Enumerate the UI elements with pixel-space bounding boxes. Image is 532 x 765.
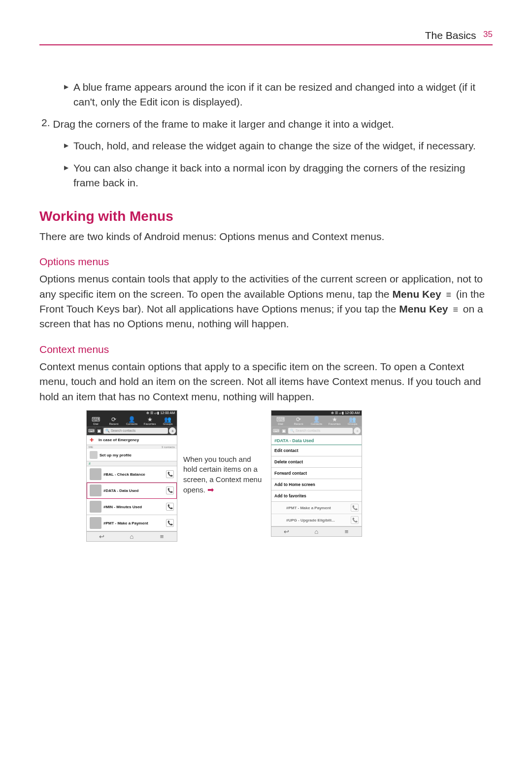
triangle-bullet-icon: ▶ xyxy=(64,142,68,149)
page-number: 35 xyxy=(483,30,493,39)
phone-icon[interactable]: 📞 xyxy=(166,519,174,527)
phone-screenshot-contacts: ⊕ ☰ ▱ ▮ 12:00 AM ⌨Dial ⟳Recent 👤Contacts… xyxy=(86,410,177,542)
contact-row[interactable]: #BAL - Check Balance 📞 xyxy=(87,466,177,483)
contact-row: #UPG - Upgrade Eligibili... 📞 xyxy=(271,514,362,526)
bullet-text: Touch, hold, and release the widget agai… xyxy=(73,139,476,153)
options-body: Options menus contain tools that apply t… xyxy=(39,272,493,332)
context-menu-item[interactable]: Forward contact xyxy=(271,468,362,479)
phone-icon: 📞 xyxy=(351,516,359,524)
context-menu-item[interactable]: Add to favorites xyxy=(271,490,362,502)
emergency-icon: ✚ xyxy=(90,437,97,443)
menu-key-icon: ≡ xyxy=(451,303,460,316)
phone-screenshot-context-menu: ⊕ ☰ ▱ ▮ 12:00 AM ⌨Dial ⟳Recent 👤Contacts… xyxy=(271,410,362,537)
add-contact-icon[interactable]: ＋ xyxy=(169,427,176,434)
context-menu-title: #DATA - Data Used xyxy=(271,435,362,445)
avatar xyxy=(90,517,101,529)
search-row: ⌨ ▣ 🔍 Search contacts ＋ xyxy=(87,426,177,435)
page-content: ▶ A blue frame appears around the icon i… xyxy=(39,80,493,542)
menu-key-label: Menu Key xyxy=(399,303,448,314)
status-time: 12:00 AM xyxy=(345,411,360,415)
menu-key-icon: ≡ xyxy=(444,288,453,301)
groups-icon: 👥 xyxy=(159,417,177,422)
alpha-header: # xyxy=(87,461,177,466)
contact-row[interactable]: #MIN - Minutes Used 📞 xyxy=(87,499,177,515)
status-icons: ⊕ ☰ ▱ ▮ xyxy=(331,411,344,415)
triangle-bullet-icon: ▶ xyxy=(64,83,68,90)
dial-icon: ⌨ xyxy=(87,417,105,422)
home-button[interactable]: ⌂ xyxy=(301,527,332,536)
bullet-item: ▶ A blue frame appears around the icon i… xyxy=(39,80,493,110)
page-header: The Basics 35 xyxy=(39,30,493,45)
nav-bar: ↩ ⌂ ≡ xyxy=(87,531,177,541)
bullet-item: ▶ You can also change it back into a nor… xyxy=(39,161,493,191)
status-icons: ⊕ ☰ ▱ ▮ xyxy=(146,411,160,415)
tab-favorites[interactable]: ★Favorites xyxy=(141,416,159,426)
section-intro: There are two kinds of Android menus: Op… xyxy=(39,229,493,244)
emergency-row[interactable]: ✚ In case of Emergency xyxy=(87,435,177,445)
tab-dial[interactable]: ⌨Dial xyxy=(87,416,105,426)
recent-icon: ⟳ xyxy=(105,417,123,422)
bullet-text: You can also change it back into a norma… xyxy=(73,161,493,191)
bullet-item: ▶ Touch, hold, and release the widget ag… xyxy=(39,139,493,153)
back-button[interactable]: ↩ xyxy=(271,527,301,536)
me-section: ME 3 contacts xyxy=(87,445,177,449)
context-menu: #DATA - Data Used Edit contact Delete co… xyxy=(271,435,362,502)
context-menu-item[interactable]: Edit contact xyxy=(271,445,362,456)
voice-icon[interactable]: ▣ xyxy=(96,427,102,434)
status-bar: ⊕ ☰ ▱ ▮ 12:00 AM xyxy=(271,411,362,416)
numbered-step: 2. Drag the corners of the frame to make… xyxy=(39,117,493,132)
setup-profile-row[interactable]: Set up my profile xyxy=(87,449,177,461)
avatar xyxy=(90,451,98,459)
subsection-heading-options: Options menus xyxy=(39,256,493,268)
menu-button[interactable]: ≡ xyxy=(147,532,177,541)
search-input[interactable]: 🔍 Search contacts xyxy=(103,428,168,434)
arrow-right-icon: ➡ xyxy=(207,486,214,494)
search-row: ⌨ ▣ 🔍 Search contacts ＋ xyxy=(271,426,362,435)
dialpad-icon[interactable]: ⌨ xyxy=(88,427,95,434)
star-icon: ★ xyxy=(141,417,159,422)
triangle-bullet-icon: ▶ xyxy=(64,164,68,171)
screenshot-figure-row: ⊕ ☰ ▱ ▮ 12:00 AM ⌨Dial ⟳Recent 👤Contacts… xyxy=(39,410,493,542)
status-time: 12:00 AM xyxy=(160,411,175,415)
tab-recent[interactable]: ⟳Recent xyxy=(105,416,123,426)
context-body: Context menus contain options that apply… xyxy=(39,359,493,404)
subsection-heading-context: Context menus xyxy=(39,344,493,355)
status-bar: ⊕ ☰ ▱ ▮ 12:00 AM xyxy=(87,411,177,416)
phone-icon[interactable]: 📞 xyxy=(166,487,174,494)
home-button[interactable]: ⌂ xyxy=(117,532,147,541)
menu-key-label: Menu Key xyxy=(392,288,441,300)
step-text: Drag the corners of the frame to make it… xyxy=(53,117,394,132)
context-menu-item[interactable]: Delete contact xyxy=(271,456,362,468)
avatar xyxy=(90,468,101,480)
chapter-title: The Basics xyxy=(425,30,476,41)
back-button[interactable]: ↩ xyxy=(87,532,117,541)
phone-icon[interactable]: 📞 xyxy=(166,470,174,478)
contacts-icon: 👤 xyxy=(123,417,141,422)
avatar xyxy=(90,501,101,513)
tab-contacts[interactable]: 👤Contacts xyxy=(123,416,141,426)
bullet-text: A blue frame appears around the icon if … xyxy=(73,80,493,110)
contact-row-highlighted[interactable]: #DATA - Data Used 📞 xyxy=(87,483,177,499)
contact-row[interactable]: #PMT - Make a Payment 📞 xyxy=(87,515,177,531)
figure-callout: When you touch and hold certain items on… xyxy=(177,410,271,495)
contact-row: #PMT - Make a Payment 📞 xyxy=(271,502,362,514)
context-menu-item[interactable]: Add to Home screen xyxy=(271,479,362,490)
step-number: 2. xyxy=(41,117,50,129)
tab-groups[interactable]: 👥Groups xyxy=(159,416,177,426)
phone-tabs: ⌨Dial ⟳Recent 👤Contacts ★Favorites 👥Grou… xyxy=(87,416,177,426)
phone-icon[interactable]: 📞 xyxy=(166,503,174,511)
phone-tabs: ⌨Dial ⟳Recent 👤Contacts ★Favorites 👥Grou… xyxy=(271,416,362,426)
nav-bar: ↩ ⌂ ≡ xyxy=(271,526,362,536)
phone-icon: 📞 xyxy=(351,504,359,512)
section-heading: Working with Menus xyxy=(39,209,493,224)
menu-button[interactable]: ≡ xyxy=(332,527,362,536)
avatar xyxy=(90,485,101,496)
